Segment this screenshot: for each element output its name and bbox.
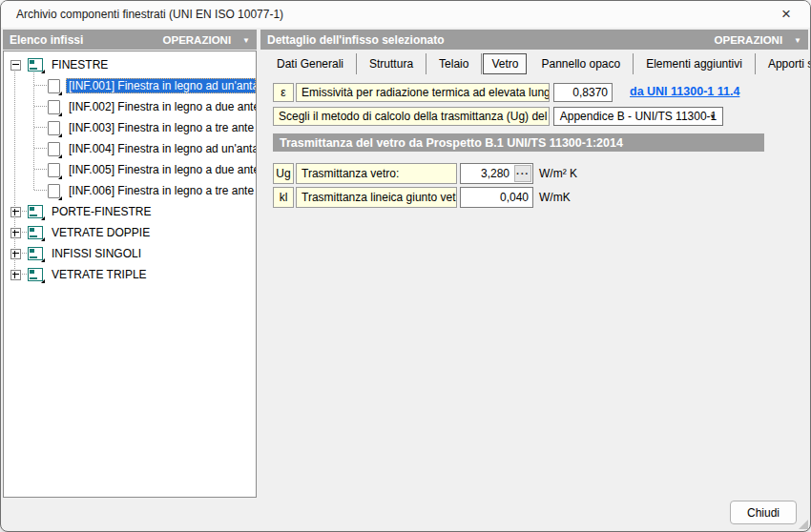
emissivity-row: ε Emissività per radiazione termica ad e… bbox=[273, 83, 804, 102]
infissi-tree-rows: FINESTRE[INF.001] Finestra in legno ad u… bbox=[4, 51, 256, 497]
screen: Archivio componenti finestrati (UNI EN I… bbox=[0, 0, 811, 532]
operazioni-menu-right[interactable]: OPERAZIONI ▼ bbox=[715, 34, 801, 46]
emissivity-label: Emissività per radiazione termica ad ele… bbox=[296, 83, 550, 102]
ug-value: 3,280 bbox=[481, 167, 509, 180]
dettaglio-header: Dettaglio dell'infisso selezionato OPERA… bbox=[260, 30, 808, 50]
emissivity-value-field[interactable]: 0,8370 bbox=[553, 83, 613, 102]
tree-group-row[interactable]: VETRATE TRIPLE bbox=[4, 264, 256, 285]
epsilon-symbol-box: ε bbox=[273, 83, 294, 102]
tree-group-row[interactable]: FINESTRE bbox=[4, 54, 256, 75]
folder-icon bbox=[28, 247, 43, 260]
kl-unit: W/mK bbox=[539, 187, 571, 208]
tab-pannello-opaco[interactable]: Pannello opaco bbox=[529, 53, 634, 74]
vetro-tab-content: ε Emissività per radiazione termica ad e… bbox=[273, 82, 804, 491]
tree-group-row[interactable]: PORTE-FINESTRE bbox=[4, 201, 256, 222]
folder-icon bbox=[28, 58, 43, 72]
plus-expander-icon[interactable] bbox=[10, 249, 21, 259]
operazioni-label: OPERAZIONI bbox=[715, 34, 783, 46]
method-row: Scegli il metodo di calcolo della trasmi… bbox=[273, 107, 804, 126]
kl-symbol-box: kl bbox=[273, 187, 294, 208]
folder-icon bbox=[28, 268, 43, 281]
plus-expander-icon[interactable] bbox=[10, 207, 21, 217]
tree-item-row[interactable]: [INF.003] Finestra in legno a tre ante bbox=[4, 117, 256, 138]
close-icon: × bbox=[781, 5, 791, 24]
minus-expander-icon[interactable] bbox=[10, 60, 21, 71]
ug-symbol-box: Ug bbox=[273, 163, 294, 184]
tree-label[interactable]: VETRATE DOPPIE bbox=[49, 225, 256, 240]
method-dropdown[interactable]: Appendice B - UNI/TS 11300-1 ▼ bbox=[553, 107, 723, 126]
ug-browse-button[interactable]: ··· bbox=[514, 165, 531, 182]
window-close-button[interactable]: × bbox=[770, 3, 802, 26]
tab-dati-generali[interactable]: Dati Generali bbox=[264, 53, 357, 74]
chevron-down-icon: ▼ bbox=[242, 36, 250, 45]
tree-label[interactable]: [INF.006] Finestra in legno a tre ante (… bbox=[66, 183, 256, 198]
ug-label: Trasmittanza vetro: bbox=[296, 163, 457, 184]
tree-item-row[interactable]: [INF.004] Finestra in legno ad un'anta (… bbox=[4, 138, 256, 159]
infissi-tree[interactable]: FINESTRE[INF.001] Finestra in legno ad u… bbox=[3, 51, 257, 498]
window-component-icon bbox=[48, 142, 60, 156]
tree-item-row[interactable]: [INF.006] Finestra in legno a tre ante (… bbox=[4, 180, 256, 201]
tree-item-row[interactable]: [INF.005] Finestra in legno a due ante (… bbox=[4, 159, 256, 180]
resize-grip[interactable] bbox=[799, 520, 808, 529]
tree-label[interactable]: [INF.005] Finestra in legno a due ante (… bbox=[66, 162, 256, 177]
kl-row: kl Trasmittanza lineica giunto vetro/tel… bbox=[273, 187, 804, 208]
elenco-infissi-panel: Elenco infissi OPERAZIONI ▼ FINESTRE[INF… bbox=[3, 30, 257, 498]
tree-item-row[interactable]: [INF.001] Finestra in legno ad un'anta bbox=[4, 75, 256, 96]
tree-label[interactable]: [INF.004] Finestra in legno ad un'anta (… bbox=[66, 141, 256, 156]
tab-elementi-aggiuntivi[interactable]: Elementi aggiuntivi bbox=[634, 53, 756, 74]
tree-item-row[interactable]: [INF.002] Finestra in legno a due ante bbox=[4, 96, 256, 117]
chiudi-button[interactable]: Chiudi bbox=[730, 501, 797, 524]
plus-expander-icon[interactable] bbox=[10, 270, 21, 280]
window-component-icon bbox=[48, 184, 60, 198]
tree-label[interactable]: [INF.001] Finestra in legno ad un'anta bbox=[66, 78, 256, 93]
chevron-down-icon: ▼ bbox=[794, 36, 801, 45]
folder-icon bbox=[28, 226, 43, 239]
kl-value-field[interactable]: 0,040 bbox=[460, 187, 533, 208]
ug-value-field[interactable]: 3,280 ··· bbox=[460, 163, 533, 184]
dettaglio-panel: Dettaglio dell'infisso selezionato OPERA… bbox=[260, 30, 808, 529]
uni-11300-link[interactable]: da UNI 11300-1 11.4 bbox=[630, 85, 739, 98]
tree-label[interactable]: VETRATE TRIPLE bbox=[49, 267, 256, 282]
dropdown-arrow-icon: ▼ bbox=[709, 113, 717, 121]
tree-group-row[interactable]: INFISSI SINGOLI bbox=[4, 243, 256, 264]
ug-unit: W/m² K bbox=[539, 163, 577, 184]
tree-label[interactable]: [INF.002] Finestra in legno a due ante bbox=[66, 99, 256, 114]
tree-label[interactable]: PORTE-FINESTRE bbox=[49, 204, 256, 219]
tab-strip: Dati GeneraliStrutturaTelaioVetroPannell… bbox=[260, 51, 808, 76]
operazioni-menu-left[interactable]: OPERAZIONI ▼ bbox=[163, 34, 250, 46]
window-component-icon bbox=[48, 79, 60, 93]
elenco-infissi-header: Elenco infissi OPERAZIONI ▼ bbox=[3, 30, 257, 50]
tab-apporti-solari[interactable]: Apporti solari bbox=[756, 53, 811, 74]
kl-label: Trasmittanza lineica giunto vetro/telaio… bbox=[296, 187, 457, 208]
archivio-dialog: Archivio componenti finestrati (UNI EN I… bbox=[0, 0, 811, 532]
window-component-icon bbox=[48, 121, 60, 135]
tab-vetro[interactable]: Vetro bbox=[483, 53, 527, 74]
tab-struttura[interactable]: Struttura bbox=[357, 53, 426, 74]
tab-telaio[interactable]: Telaio bbox=[426, 53, 482, 74]
trasmittanza-section-header: Trasmittanza del vetro da Prospetto B.1 … bbox=[273, 133, 764, 152]
tree-label[interactable]: [INF.003] Finestra in legno a tre ante bbox=[66, 120, 256, 135]
window-title: Archivio componenti finestrati (UNI EN I… bbox=[1, 8, 283, 21]
panel-title: Elenco infissi bbox=[10, 33, 83, 47]
operazioni-label: OPERAZIONI bbox=[163, 34, 232, 46]
plus-expander-icon[interactable] bbox=[10, 228, 21, 238]
method-selected-value: Appendice B - UNI/TS 11300-1 bbox=[560, 110, 717, 123]
tree-group-row[interactable]: VETRATE DOPPIE bbox=[4, 222, 256, 243]
panel-title: Dettaglio dell'infisso selezionato bbox=[267, 33, 445, 47]
ug-row: Ug Trasmittanza vetro: 3,280 ··· W/m² K bbox=[273, 163, 804, 184]
method-label: Scegli il metodo di calcolo della trasmi… bbox=[273, 107, 550, 126]
tree-label[interactable]: FINESTRE bbox=[49, 57, 256, 72]
ellipsis-icon: ··· bbox=[516, 168, 530, 179]
folder-icon bbox=[28, 205, 43, 218]
window-component-icon bbox=[48, 100, 60, 114]
window-component-icon bbox=[48, 163, 60, 177]
window-titlebar: Archivio componenti finestrati (UNI EN I… bbox=[1, 1, 810, 28]
tree-label[interactable]: INFISSI SINGOLI bbox=[49, 246, 256, 261]
